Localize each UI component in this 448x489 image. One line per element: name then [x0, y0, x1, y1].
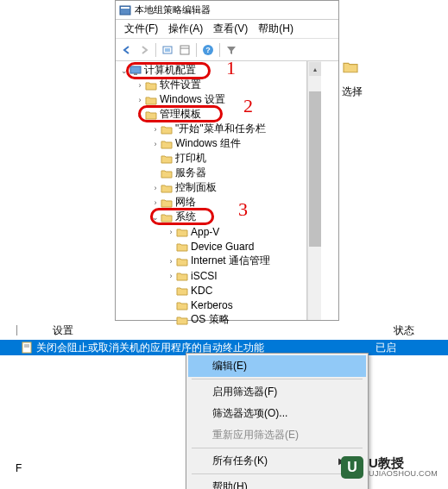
right-label: 选择: [342, 85, 368, 99]
tree-item[interactable]: ›Windows 组件: [116, 136, 306, 151]
folder-icon: [145, 110, 157, 120]
chevron-right-icon[interactable]: ›: [150, 184, 161, 192]
app-icon: [119, 4, 131, 16]
folder-icon: [342, 60, 359, 74]
tree-label: Kerberos: [191, 299, 233, 311]
chevron-right-icon[interactable]: ›: [150, 198, 161, 207]
back-button[interactable]: [119, 42, 135, 58]
tree-item[interactable]: ›软件设置: [116, 78, 306, 92]
gpedit-window: 本地组策略编辑器 文件(F) 操作(A) 查看(V) 帮助(H) ? ⌄ 计算机…: [115, 0, 339, 321]
tree-root[interactable]: ⌄ 计算机配置: [116, 63, 306, 78]
chevron-right-icon[interactable]: ›: [166, 272, 176, 280]
right-panel-strip: 选择: [342, 60, 368, 99]
footer-f: F: [16, 462, 22, 474]
chevron-right-icon[interactable]: ›: [135, 81, 145, 90]
watermark: U U教授 UJIAOSHOU.COM: [341, 456, 438, 479]
tree-label: 服务器: [175, 166, 206, 180]
menu-edit[interactable]: 编辑(E): [188, 355, 366, 377]
menu-filter-options[interactable]: 筛选器选项(O)...: [188, 403, 366, 424]
tree-label: 计算机配置: [144, 63, 196, 78]
svg-rect-3: [165, 48, 170, 52]
computer-icon: [129, 66, 142, 76]
show-button[interactable]: [177, 42, 192, 58]
tree-item[interactable]: ⌄管理模板: [116, 107, 306, 122]
chevron-right-icon[interactable]: ›: [135, 96, 145, 104]
folder-icon: [161, 183, 173, 193]
vertical-scrollbar[interactable]: ▴: [307, 61, 321, 320]
menu-all-tasks[interactable]: 所有任务(K)▶: [188, 450, 366, 472]
menubar: 文件(F) 操作(A) 查看(V) 帮助(H): [116, 20, 338, 39]
window-title: 本地组策略编辑器: [135, 3, 211, 16]
folder-icon: [176, 241, 188, 252]
folder-icon: [161, 124, 173, 135]
chevron-right-icon[interactable]: ›: [166, 257, 176, 266]
menu-help[interactable]: 帮助(H): [253, 22, 299, 36]
tree-label: Internet 通信管理: [191, 254, 270, 268]
folder-icon: [176, 271, 188, 281]
chevron-down-icon[interactable]: ⌄: [150, 213, 161, 222]
up-button[interactable]: [160, 42, 175, 58]
chevron-down-icon[interactable]: ⌄: [119, 66, 129, 75]
list-header: | 设置 状态: [0, 322, 448, 340]
tree-item[interactable]: Device Guard: [116, 239, 306, 254]
folder-icon: [176, 256, 188, 266]
menu-separator: [192, 448, 363, 448]
tree-label: Windows 设置: [160, 92, 225, 107]
folder-icon: [161, 212, 173, 223]
tree-label: 打印机: [175, 151, 206, 166]
forward-button[interactable]: [136, 42, 152, 58]
column-setting[interactable]: 设置: [53, 323, 394, 338]
chevron-right-icon[interactable]: ›: [150, 140, 161, 148]
chevron-right-icon[interactable]: ›: [150, 125, 161, 134]
folder-icon: [161, 139, 173, 149]
folder-icon: [161, 154, 173, 164]
policy-icon: [21, 342, 33, 354]
menu-enable-filter[interactable]: 启用筛选器(F): [188, 381, 366, 403]
filter-icon[interactable]: [224, 42, 239, 58]
tree-item[interactable]: KDC: [116, 283, 306, 298]
folder-icon: [145, 95, 157, 105]
tree-item[interactable]: Kerberos: [116, 298, 306, 312]
scroll-up-button[interactable]: ▴: [309, 62, 321, 76]
tree-label: 控制面板: [175, 180, 217, 195]
menu-action[interactable]: 操作(A): [163, 22, 208, 36]
menu-help[interactable]: 帮助(H): [188, 476, 366, 489]
tree-item[interactable]: ›Internet 通信管理: [116, 254, 306, 268]
tree-label: 系统: [175, 210, 196, 224]
tree-item[interactable]: 打印机: [116, 151, 306, 166]
list-header-prefix: |: [16, 323, 18, 338]
tree-label: App-V: [191, 226, 219, 238]
folder-icon: [161, 197, 173, 208]
tree-label: Device Guard: [191, 241, 254, 253]
watermark-url: UJIAOSHOU.COM: [369, 470, 438, 479]
tree-label: 网络: [175, 195, 196, 210]
svg-rect-8: [130, 66, 141, 73]
tree-item[interactable]: ›iSCSI: [116, 268, 306, 283]
menu-reapply-filter: 重新应用筛选器(E): [188, 424, 366, 446]
column-status[interactable]: 状态: [394, 323, 437, 338]
chevron-down-icon[interactable]: ⌄: [135, 110, 145, 119]
tree-item[interactable]: ›网络: [116, 195, 306, 210]
titlebar: 本地组策略编辑器: [116, 1, 338, 20]
menu-view[interactable]: 查看(V): [208, 22, 253, 36]
tree-item[interactable]: ⌄系统: [116, 210, 306, 224]
help-icon[interactable]: ?: [200, 42, 216, 58]
folder-icon: [161, 168, 173, 179]
scroll-thumb[interactable]: [309, 91, 321, 247]
menu-separator: [192, 379, 363, 379]
svg-rect-10: [22, 342, 31, 353]
tree-item[interactable]: ›"开始"菜单和任务栏: [116, 122, 306, 136]
svg-rect-9: [134, 73, 137, 75]
folder-icon: [145, 80, 157, 91]
chevron-right-icon[interactable]: ›: [166, 228, 176, 236]
svg-rect-1: [121, 7, 129, 9]
folder-icon: [176, 300, 188, 310]
tree-item[interactable]: 服务器: [116, 166, 306, 180]
folder-icon: [176, 285, 188, 296]
tree-panel: ⌄ 计算机配置 ›软件设置›Windows 设置⌄管理模板›"开始"菜单和任务栏…: [116, 61, 307, 320]
tree-item[interactable]: ›Windows 设置: [116, 92, 306, 107]
tree-item[interactable]: ›控制面板: [116, 180, 306, 195]
tree-item[interactable]: ›App-V: [116, 224, 306, 239]
tree-label: iSCSI: [191, 270, 218, 282]
menu-file[interactable]: 文件(F): [119, 22, 163, 36]
